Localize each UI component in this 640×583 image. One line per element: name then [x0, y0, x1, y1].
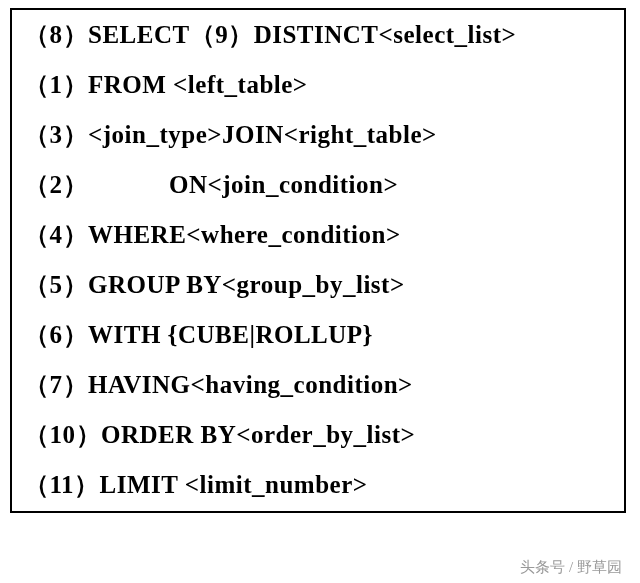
sql-line: （11）LIMIT <limit_number> [24, 472, 616, 497]
sql-line: （10）ORDER BY<order_by_list> [24, 422, 616, 447]
sql-line: （4）WHERE<where_condition> [24, 222, 616, 247]
sql-line: （2） ON<join_condition> [24, 172, 616, 197]
footer-credit: 头条号 / 野草园 [520, 558, 622, 577]
sql-line: （3）<join_type>JOIN<right_table> [24, 122, 616, 147]
sql-order-box: （8）SELECT（9）DISTINCT<select_list> （1）FRO… [10, 8, 626, 513]
sql-line: （8）SELECT（9）DISTINCT<select_list> [24, 22, 616, 47]
sql-line: （1）FROM <left_table> [24, 72, 616, 97]
sql-line: （6）WITH {CUBE|ROLLUP} [24, 322, 616, 347]
sql-line: （5）GROUP BY<group_by_list> [24, 272, 616, 297]
sql-line: （7）HAVING<having_condition> [24, 372, 616, 397]
